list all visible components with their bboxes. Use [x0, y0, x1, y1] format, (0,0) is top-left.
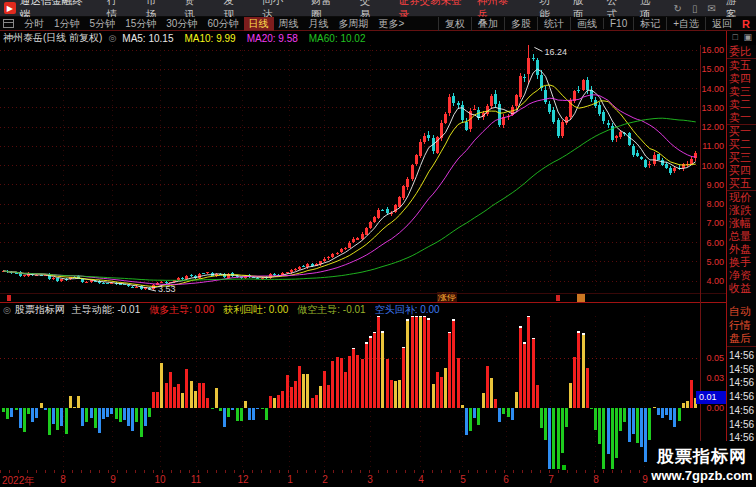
quote-panel-border: [726, 31, 727, 487]
chart-infobar: 神州泰岳(日线 前复权) ◎ MA5: 10.15MA10: 9.99MA20:…: [0, 31, 726, 45]
indicator-tick-0.00: 0.00: [700, 403, 724, 413]
tool-button-复权[interactable]: 复权: [438, 17, 471, 31]
period-tab-周线[interactable]: 周线: [274, 17, 304, 31]
date-axis: 2022年89101112123456789: [0, 471, 726, 487]
indicator-tick-0.05: 0.05: [700, 353, 724, 363]
quote-row-买三[interactable]: 买三: [727, 151, 756, 164]
quote-tab-盘后[interactable]: 盘后: [727, 332, 756, 347]
date-tick-12: 12: [232, 474, 254, 485]
menubar: ▶ 通达信金融终端 行情市场资讯发现问小达财富圈交易 证券交易未登录 神州泰岳 …: [0, 0, 756, 17]
level2-badge: R: [738, 18, 756, 30]
tool-button-多股[interactable]: 多股: [504, 17, 537, 31]
date-tick-2022年: 2022年: [2, 474, 42, 487]
watermark-site: 股票指标网: [657, 445, 747, 468]
price-tick-7.00: 7.00: [700, 218, 724, 228]
indicator-field: 空头回补: 0.00: [375, 304, 440, 315]
indicator-site-icon[interactable]: ◎: [3, 305, 11, 315]
quote-row-卖一[interactable]: 卖一: [727, 111, 756, 125]
period-tab-60分钟[interactable]: 60分钟: [202, 17, 243, 31]
price-tick-15.00: 15.00: [700, 64, 724, 74]
quote-row-收益[interactable]: 收益: [727, 282, 756, 295]
window-icon[interactable]: □: [733, 32, 738, 42]
tool-button-画线[interactable]: 画线: [570, 17, 603, 31]
quote-row-卖四[interactable]: 卖四: [727, 72, 756, 85]
tool-button-叠加[interactable]: 叠加: [471, 17, 504, 31]
date-tick-5: 5: [452, 474, 474, 485]
date-tick-7: 7: [540, 474, 562, 485]
price-tick-4.00: 4.00: [700, 276, 724, 286]
quote-tab-行情[interactable]: 行情: [727, 319, 756, 333]
quote-row-涨跌[interactable]: 涨跌: [727, 204, 756, 217]
indicator-chart[interactable]: [0, 316, 700, 470]
ma-value-MA10: MA10: 9.99: [184, 33, 235, 44]
app-logo-icon[interactable]: ▶: [4, 2, 16, 14]
quote-row-卖二[interactable]: 卖二: [727, 98, 756, 111]
indicator-site-label: 股票指标网: [15, 303, 65, 317]
indicator-toggle-icon[interactable]: ◎: [108, 33, 116, 43]
date-event-marker: [562, 465, 566, 470]
period-toolbar: 分时1分钟5分钟15分钟30分钟60分钟日线周线月线多周期更多> 复权叠加多股统…: [0, 17, 756, 31]
tool-button-+自选[interactable]: +自选: [666, 17, 705, 31]
quote-row-现价[interactable]: 现价: [727, 191, 756, 204]
axis-border-line: [700, 45, 701, 487]
quote-row-总量[interactable]: 总量: [727, 230, 756, 243]
quote-row-买四[interactable]: 买四: [727, 164, 756, 177]
tick-time: 14:56: [727, 390, 756, 404]
quote-row-涨幅[interactable]: 涨幅: [727, 217, 756, 230]
kline-style-icon[interactable]: [3, 19, 14, 28]
quote-tab-自动[interactable]: 自动: [727, 305, 756, 319]
event-flag[interactable]: [577, 293, 585, 302]
quote-row-买二[interactable]: 买二: [727, 138, 756, 151]
period-tab-更多>[interactable]: 更多>: [374, 17, 410, 31]
tool-button-返回[interactable]: 返回: [705, 17, 738, 31]
ma-value-MA5: MA5: 10.15: [122, 33, 173, 44]
quote-row-委比[interactable]: 委比: [727, 45, 756, 59]
main-price-chart[interactable]: 16.243.53: [0, 45, 700, 293]
tick-time: 14:56: [727, 418, 756, 432]
date-tick-6: 6: [495, 474, 517, 485]
indicator-current-value: 0.01: [696, 391, 726, 404]
event-strip: 涨停: [0, 293, 700, 302]
quote-row-外盘[interactable]: 外盘: [727, 243, 756, 256]
watermark-url: www.7gpzb.com: [651, 468, 752, 483]
period-tab-多周期[interactable]: 多周期: [334, 17, 374, 31]
date-tick-11: 11: [185, 474, 207, 485]
date-tick-9: 9: [102, 474, 124, 485]
chart-title: 神州泰岳(日线 前复权): [3, 31, 102, 45]
date-tick-8: 8: [585, 474, 607, 485]
tick-time: 14:56: [727, 349, 756, 363]
period-tab-分时[interactable]: 分时: [19, 17, 49, 31]
period-tab-15分钟[interactable]: 15分钟: [120, 17, 161, 31]
quote-row-卖五[interactable]: 卖五: [727, 59, 756, 72]
indicator-field: 主导动能: -0.01: [72, 304, 140, 315]
price-tick-6.00: 6.00: [700, 238, 724, 248]
price-tick-5.00: 5.00: [700, 257, 724, 267]
price-tick-10.00: 10.00: [700, 161, 724, 171]
period-tab-月线[interactable]: 月线: [304, 17, 334, 31]
tick-time: 14:56: [727, 363, 756, 377]
mobile-icon[interactable]: ▯: [692, 3, 698, 14]
watermark: 股票指标网 www.7gpzb.com: [648, 441, 756, 487]
quote-row-换手[interactable]: 换手: [727, 256, 756, 269]
tick-time: 14:56: [727, 376, 756, 390]
period-tab-30分钟[interactable]: 30分钟: [161, 17, 202, 31]
quote-row-卖三[interactable]: 卖三: [727, 85, 756, 98]
period-tab-5分钟[interactable]: 5分钟: [85, 17, 121, 31]
quote-row-买五[interactable]: 买五: [727, 177, 756, 191]
mail-icon[interactable]: ✉: [707, 3, 715, 14]
event-marker: [556, 295, 560, 301]
tool-button-统计[interactable]: 统计: [537, 17, 570, 31]
event-marker: [7, 295, 11, 301]
tool-button-标记[interactable]: 标记: [633, 17, 666, 31]
price-tick-11.00: 11.00: [700, 141, 724, 151]
grid-view-icon[interactable]: ▣: [743, 32, 752, 42]
period-tab-日线[interactable]: 日线: [244, 17, 274, 31]
date-tick-2: 2: [314, 474, 336, 485]
period-tab-1分钟[interactable]: 1分钟: [49, 17, 85, 31]
refresh-icon[interactable]: ↻: [674, 3, 682, 14]
indicator-field: 做多主导: 0.00: [149, 304, 214, 315]
price-tick-14.00: 14.00: [700, 84, 724, 94]
tool-button-F10[interactable]: F10: [603, 18, 633, 29]
quote-row-净资[interactable]: 净资: [727, 269, 756, 282]
quote-row-买一[interactable]: 买一: [727, 125, 756, 138]
